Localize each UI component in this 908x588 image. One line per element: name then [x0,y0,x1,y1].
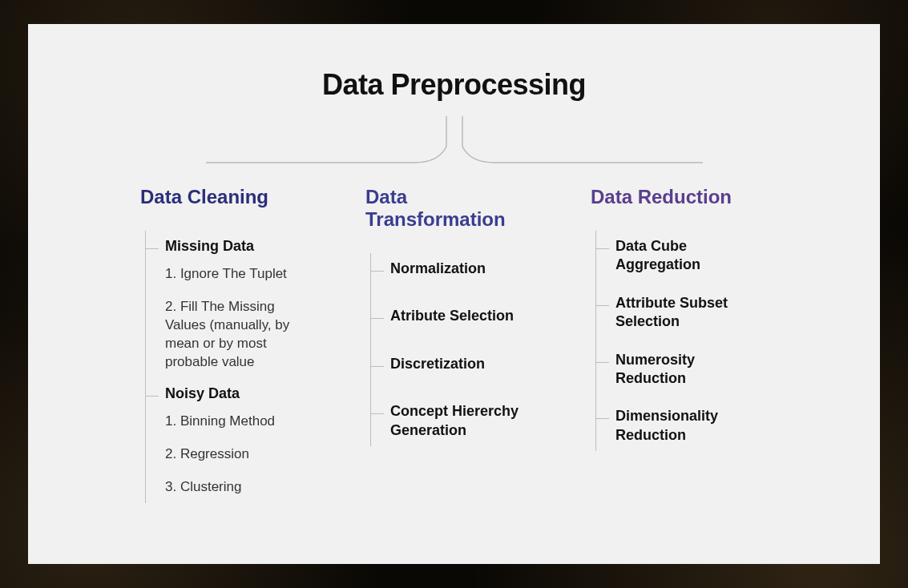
label-data-cube: Data Cube Aggregation [615,237,768,275]
item-ignore-tuplet: 1. Ignore The Tuplet [165,265,317,284]
node-missing-data: Missing Data 1. Ignore The Tuplet 2. Fil… [146,231,317,378]
item-fill-missing: 2. Fill The Missing Values (manually, by… [165,298,317,372]
cleaning-tree: Missing Data 1. Ignore The Tuplet 2. Fil… [145,231,317,503]
column-title-reduction: Data Reduction [591,186,768,208]
node-numerosity: Numerosity Reduction [596,344,768,395]
columns-container: Data Cleaning Missing Data 1. Ignore The… [60,186,848,503]
label-normalization: Normalization [390,260,543,278]
label-dimensionality: Dimensionality Reduction [615,407,768,445]
label-attribute-subset: Attribute Subset Selection [615,294,768,332]
label-concept-hierarchy: Concept Hiererchy Generation [390,402,543,440]
label-noisy-data: Noisy Data [165,385,317,403]
node-data-cube: Data Cube Aggregation [596,231,768,281]
transformation-tree: Normalization Atribute Selection Discret… [370,253,543,446]
node-noisy-data: Noisy Data 1. Binning Method 2. Regressi… [146,378,317,503]
label-attribute-selection: Atribute Selection [390,307,543,325]
column-data-transformation: Data Transformation Normalization Atribu… [365,186,543,503]
label-discretization: Discretization [390,355,543,373]
item-binning: 1. Binning Method [165,413,317,431]
node-discretization: Discretization [371,348,543,380]
node-normalization: Normalization [371,253,543,284]
reduction-tree: Data Cube Aggregation Attribute Subset S… [595,231,768,451]
diagram-card: Data Preprocessing Data Cleaning Missing… [28,24,880,564]
label-numerosity: Numerosity Reduction [615,351,768,389]
item-regression: 2. Regression [165,445,317,464]
node-dimensionality: Dimensionality Reduction [596,401,768,451]
node-attribute-selection: Atribute Selection [371,300,543,332]
diagram-title: Data Preprocessing [60,68,848,102]
node-concept-hierarchy: Concept Hiererchy Generation [371,396,543,446]
label-missing-data: Missing Data [165,237,317,256]
column-title-cleaning: Data Cleaning [140,186,317,208]
column-data-cleaning: Data Cleaning Missing Data 1. Ignore The… [140,186,317,503]
branch-connector-icon [198,116,711,166]
column-title-transformation: Data Transformation [365,186,543,231]
node-attribute-subset: Attribute Subset Selection [596,288,768,338]
item-clustering: 3. Clustering [165,478,317,497]
column-data-reduction: Data Reduction Data Cube Aggregation Att… [591,186,768,503]
